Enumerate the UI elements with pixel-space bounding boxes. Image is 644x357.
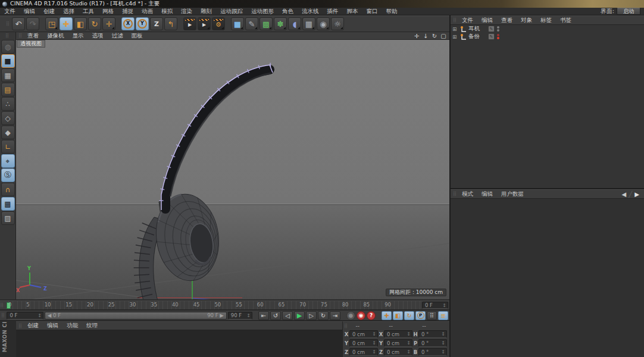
- material-menu-item[interactable]: 创建: [23, 322, 43, 330]
- object-name[interactable]: 备份: [468, 33, 486, 40]
- keyframe-record-icon[interactable]: ◉: [357, 311, 365, 320]
- main-menu-item[interactable]: 网格: [98, 8, 118, 15]
- play-forward-icon[interactable]: ▶: [294, 311, 305, 320]
- object-tag-icon[interactable]: ✎: [488, 26, 495, 32]
- coord-header-rotation[interactable]: --: [415, 323, 448, 329]
- attribute-manager-menu-item[interactable]: 编辑: [477, 190, 497, 198]
- coordinate-field[interactable]: 0 cm ↕: [349, 339, 378, 347]
- viewport-menu-item[interactable]: 查看: [23, 32, 43, 40]
- coordinate-field[interactable]: 0 ° ↕: [418, 348, 447, 356]
- points-mode-icon[interactable]: ∴: [1, 97, 15, 111]
- goto-start-icon[interactable]: ⇤: [258, 311, 269, 320]
- visibility-dots[interactable]: [497, 26, 499, 32]
- render-settings-icon[interactable]: ⚙: [212, 17, 225, 30]
- viewport-solo-icon[interactable]: ⌖: [1, 154, 15, 168]
- material-menu-item[interactable]: 功能: [62, 322, 82, 330]
- ruler-frame-spinner[interactable]: 0 F ↕: [422, 302, 448, 309]
- rotate-tool-icon[interactable]: ↻: [88, 17, 101, 30]
- main-menu-item[interactable]: 运动跟踪: [216, 8, 247, 15]
- edges-mode-icon[interactable]: ◇: [1, 111, 15, 125]
- y-axis-lock-icon[interactable]: Y: [136, 17, 149, 30]
- main-menu-item[interactable]: 流水线: [298, 8, 323, 15]
- coordinate-field[interactable]: 0 cm ↕: [384, 348, 412, 356]
- snap-magnet-icon[interactable]: ∩: [1, 183, 15, 196]
- scale-tool-icon[interactable]: ◧: [74, 17, 87, 30]
- object-manager-menu-item[interactable]: 书签: [556, 17, 576, 24]
- coordinate-field[interactable]: 0 ° ↕: [418, 339, 447, 347]
- keyframe-selection-icon[interactable]: ≡: [438, 311, 448, 320]
- light-icon[interactable]: ☼: [331, 17, 344, 30]
- enable-axis-icon[interactable]: ∟: [1, 140, 15, 154]
- object-manager-menu-item[interactable]: 查看: [497, 17, 517, 24]
- viewport-menu-item[interactable]: 摄像机: [43, 32, 68, 40]
- stepper-icon[interactable]: ↕: [246, 313, 251, 318]
- timeline-ruler[interactable]: 051015202530354045505560657075808590: [5, 301, 421, 309]
- polygons-mode-icon[interactable]: ◆: [1, 126, 15, 139]
- render-picture-viewer-icon[interactable]: ▶: [198, 17, 211, 30]
- panel-grip-icon[interactable]: ⣿: [344, 324, 349, 328]
- history-back-icon[interactable]: ◀: [622, 191, 627, 198]
- coordinate-field[interactable]: 0 cm ↕: [384, 330, 412, 338]
- subdivision-surface-icon[interactable]: ▩: [260, 17, 273, 30]
- key-position-icon[interactable]: ✚: [382, 311, 392, 320]
- record-icon[interactable]: ●: [346, 311, 355, 320]
- panel-grip-icon[interactable]: ⣿: [0, 303, 5, 308]
- object-manager-menu-item[interactable]: 编辑: [477, 17, 497, 24]
- viewport-menu-item[interactable]: 显示: [68, 32, 88, 40]
- undo-icon[interactable]: ↶: [12, 17, 25, 30]
- object-name[interactable]: 耳机: [468, 25, 486, 33]
- stepper-icon[interactable]: ↕: [372, 340, 376, 346]
- coord-header-size[interactable]: --: [382, 323, 415, 329]
- next-frame-icon[interactable]: ▷: [306, 311, 317, 320]
- live-selection-icon[interactable]: ◳: [45, 17, 58, 30]
- viewport-menu-item[interactable]: 过滤: [108, 32, 127, 40]
- stepper-icon[interactable]: ↕: [407, 349, 411, 355]
- expand-icon[interactable]: ⊞: [452, 26, 458, 32]
- last-tool-icon[interactable]: ✛: [102, 17, 115, 30]
- stepper-icon[interactable]: ↕: [442, 303, 446, 308]
- model-mode-icon[interactable]: ■: [1, 54, 15, 68]
- stepper-icon[interactable]: ↕: [441, 331, 445, 337]
- panel-grip-icon[interactable]: ⣿: [18, 324, 23, 328]
- workplane-mode-icon[interactable]: ▤: [1, 83, 15, 96]
- main-menu-item[interactable]: 创建: [39, 8, 59, 15]
- loop-icon[interactable]: ↻: [318, 311, 329, 320]
- stepper-icon[interactable]: ↕: [441, 349, 445, 355]
- object-manager-menu-item[interactable]: 标签: [536, 17, 556, 24]
- mograph-icon[interactable]: ✽: [274, 17, 287, 30]
- history-forward-icon[interactable]: ▶: [634, 191, 639, 198]
- lock-workplane-icon[interactable]: ▩: [1, 197, 15, 211]
- material-menu-item[interactable]: 编辑: [43, 322, 62, 330]
- material-list-empty[interactable]: [16, 330, 342, 357]
- stepper-icon[interactable]: ↕: [37, 313, 42, 318]
- key-rotation-icon[interactable]: ↻: [404, 311, 414, 320]
- main-menu-item[interactable]: 帮助: [382, 8, 402, 15]
- panel-grip-icon[interactable]: ⣿: [453, 192, 458, 196]
- object-manager-menu-item[interactable]: 对象: [517, 17, 536, 24]
- keyframe-help-icon[interactable]: ?: [367, 311, 376, 320]
- main-menu-item[interactable]: 编辑: [20, 8, 39, 15]
- x-axis-lock-icon[interactable]: X: [121, 17, 135, 30]
- layout-select[interactable]: 启动: [617, 8, 640, 15]
- key-pla-icon[interactable]: ⠿: [427, 311, 437, 320]
- object-row-backup[interactable]: ⊞ 备份 ✎: [451, 33, 644, 40]
- visibility-dots[interactable]: [497, 34, 499, 39]
- maximize-view-icon[interactable]: ▢: [440, 33, 447, 39]
- panel-grip-icon[interactable]: ⣿: [18, 33, 23, 38]
- main-menu-item[interactable]: 模拟: [157, 8, 177, 15]
- panel-grip-icon[interactable]: ⣿: [5, 33, 10, 38]
- coordinate-field[interactable]: 0 cm ↕: [384, 339, 412, 347]
- expand-icon[interactable]: ⊞: [452, 34, 458, 40]
- panel-grip-icon[interactable]: ⣿: [453, 18, 458, 23]
- main-menu-item[interactable]: 动画: [137, 8, 157, 15]
- main-menu-item[interactable]: 文件: [0, 8, 20, 15]
- object-tag-icon[interactable]: ✎: [488, 33, 495, 40]
- main-menu-item[interactable]: 捕捉: [118, 8, 137, 15]
- object-manager-menu-item[interactable]: 文件: [458, 17, 477, 24]
- main-menu-item[interactable]: 角色: [278, 8, 298, 15]
- goto-end-icon[interactable]: ⇥: [330, 311, 340, 320]
- primitive-cube-icon[interactable]: ■: [231, 17, 244, 30]
- zoom-view-icon[interactable]: ↓: [422, 33, 429, 39]
- workplane-snap-icon[interactable]: ▨: [1, 211, 15, 225]
- panel-grip-icon[interactable]: ⣿: [6, 21, 11, 26]
